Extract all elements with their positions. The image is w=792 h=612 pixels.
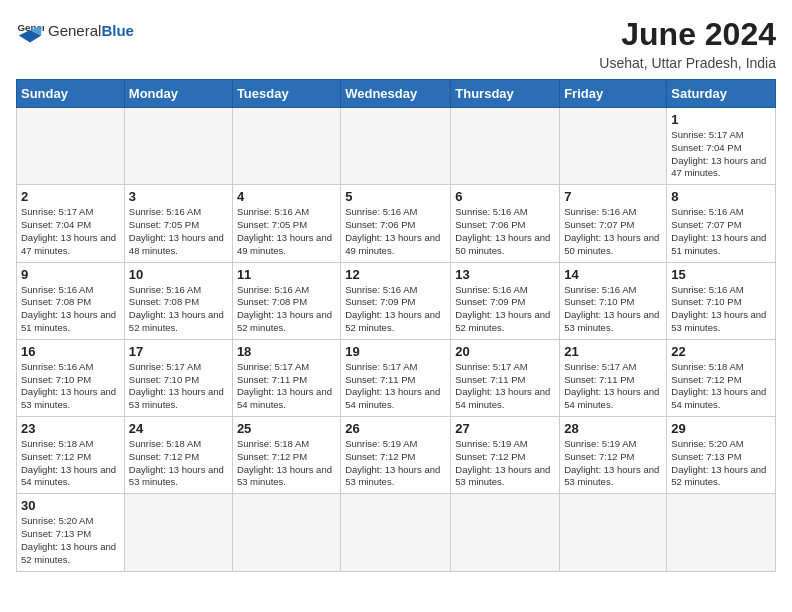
day-info: Sunrise: 5:20 AMSunset: 7:13 PMDaylight:…	[671, 438, 771, 489]
day-number: 1	[671, 112, 771, 127]
day-number: 10	[129, 267, 228, 282]
page-header: General GeneralBlue June 2024 Usehat, Ut…	[16, 16, 776, 71]
day-info: Sunrise: 5:16 AMSunset: 7:08 PMDaylight:…	[129, 284, 228, 335]
day-info: Sunrise: 5:16 AMSunset: 7:09 PMDaylight:…	[345, 284, 446, 335]
calendar-day-30: 30Sunrise: 5:20 AMSunset: 7:13 PMDayligh…	[17, 494, 125, 571]
calendar-day-7: 7Sunrise: 5:16 AMSunset: 7:07 PMDaylight…	[560, 185, 667, 262]
day-info: Sunrise: 5:16 AMSunset: 7:08 PMDaylight:…	[237, 284, 336, 335]
day-info: Sunrise: 5:17 AMSunset: 7:11 PMDaylight:…	[455, 361, 555, 412]
day-number: 11	[237, 267, 336, 282]
day-number: 14	[564, 267, 662, 282]
calendar-day-20: 20Sunrise: 5:17 AMSunset: 7:11 PMDayligh…	[451, 339, 560, 416]
day-number: 21	[564, 344, 662, 359]
calendar-day-2: 2Sunrise: 5:17 AMSunset: 7:04 PMDaylight…	[17, 185, 125, 262]
day-number: 6	[455, 189, 555, 204]
day-number: 4	[237, 189, 336, 204]
day-info: Sunrise: 5:16 AMSunset: 7:06 PMDaylight:…	[345, 206, 446, 257]
day-info: Sunrise: 5:17 AMSunset: 7:10 PMDaylight:…	[129, 361, 228, 412]
logo-icon: General	[16, 16, 44, 44]
day-info: Sunrise: 5:16 AMSunset: 7:08 PMDaylight:…	[21, 284, 120, 335]
weekday-header-sunday: Sunday	[17, 80, 125, 108]
day-number: 5	[345, 189, 446, 204]
calendar-day-3: 3Sunrise: 5:16 AMSunset: 7:05 PMDaylight…	[124, 185, 232, 262]
weekday-header-monday: Monday	[124, 80, 232, 108]
calendar-day-24: 24Sunrise: 5:18 AMSunset: 7:12 PMDayligh…	[124, 417, 232, 494]
weekday-header-saturday: Saturday	[667, 80, 776, 108]
calendar-week-1: 1Sunrise: 5:17 AMSunset: 7:04 PMDaylight…	[17, 108, 776, 185]
calendar-day-21: 21Sunrise: 5:17 AMSunset: 7:11 PMDayligh…	[560, 339, 667, 416]
day-info: Sunrise: 5:16 AMSunset: 7:06 PMDaylight:…	[455, 206, 555, 257]
calendar-day-empty	[667, 494, 776, 571]
calendar-day-16: 16Sunrise: 5:16 AMSunset: 7:10 PMDayligh…	[17, 339, 125, 416]
day-number: 17	[129, 344, 228, 359]
day-number: 18	[237, 344, 336, 359]
calendar-day-empty	[341, 494, 451, 571]
calendar-day-10: 10Sunrise: 5:16 AMSunset: 7:08 PMDayligh…	[124, 262, 232, 339]
day-info: Sunrise: 5:16 AMSunset: 7:10 PMDaylight:…	[564, 284, 662, 335]
day-info: Sunrise: 5:17 AMSunset: 7:11 PMDaylight:…	[345, 361, 446, 412]
calendar-day-14: 14Sunrise: 5:16 AMSunset: 7:10 PMDayligh…	[560, 262, 667, 339]
day-info: Sunrise: 5:16 AMSunset: 7:07 PMDaylight:…	[671, 206, 771, 257]
calendar-day-6: 6Sunrise: 5:16 AMSunset: 7:06 PMDaylight…	[451, 185, 560, 262]
calendar-day-empty	[232, 494, 340, 571]
day-info: Sunrise: 5:20 AMSunset: 7:13 PMDaylight:…	[21, 515, 120, 566]
calendar-week-2: 2Sunrise: 5:17 AMSunset: 7:04 PMDaylight…	[17, 185, 776, 262]
calendar-day-empty	[451, 108, 560, 185]
day-number: 25	[237, 421, 336, 436]
calendar-day-27: 27Sunrise: 5:19 AMSunset: 7:12 PMDayligh…	[451, 417, 560, 494]
day-number: 3	[129, 189, 228, 204]
calendar-day-empty	[124, 494, 232, 571]
calendar-week-6: 30Sunrise: 5:20 AMSunset: 7:13 PMDayligh…	[17, 494, 776, 571]
day-number: 26	[345, 421, 446, 436]
day-info: Sunrise: 5:16 AMSunset: 7:10 PMDaylight:…	[21, 361, 120, 412]
weekday-header-tuesday: Tuesday	[232, 80, 340, 108]
calendar-day-empty	[560, 108, 667, 185]
day-number: 2	[21, 189, 120, 204]
day-number: 19	[345, 344, 446, 359]
day-info: Sunrise: 5:17 AMSunset: 7:11 PMDaylight:…	[237, 361, 336, 412]
day-info: Sunrise: 5:19 AMSunset: 7:12 PMDaylight:…	[564, 438, 662, 489]
weekday-header-row: SundayMondayTuesdayWednesdayThursdayFrid…	[17, 80, 776, 108]
day-number: 15	[671, 267, 771, 282]
day-info: Sunrise: 5:19 AMSunset: 7:12 PMDaylight:…	[345, 438, 446, 489]
calendar-day-17: 17Sunrise: 5:17 AMSunset: 7:10 PMDayligh…	[124, 339, 232, 416]
calendar-week-4: 16Sunrise: 5:16 AMSunset: 7:10 PMDayligh…	[17, 339, 776, 416]
calendar-table: SundayMondayTuesdayWednesdayThursdayFrid…	[16, 79, 776, 572]
day-number: 28	[564, 421, 662, 436]
day-info: Sunrise: 5:16 AMSunset: 7:05 PMDaylight:…	[129, 206, 228, 257]
calendar-day-9: 9Sunrise: 5:16 AMSunset: 7:08 PMDaylight…	[17, 262, 125, 339]
day-number: 8	[671, 189, 771, 204]
calendar-day-empty	[560, 494, 667, 571]
day-info: Sunrise: 5:16 AMSunset: 7:10 PMDaylight:…	[671, 284, 771, 335]
day-info: Sunrise: 5:17 AMSunset: 7:04 PMDaylight:…	[671, 129, 771, 180]
calendar-day-1: 1Sunrise: 5:17 AMSunset: 7:04 PMDaylight…	[667, 108, 776, 185]
day-number: 27	[455, 421, 555, 436]
day-info: Sunrise: 5:18 AMSunset: 7:12 PMDaylight:…	[237, 438, 336, 489]
day-number: 23	[21, 421, 120, 436]
month-year-title: June 2024	[599, 16, 776, 53]
title-area: June 2024 Usehat, Uttar Pradesh, India	[599, 16, 776, 71]
calendar-week-3: 9Sunrise: 5:16 AMSunset: 7:08 PMDaylight…	[17, 262, 776, 339]
calendar-day-empty	[451, 494, 560, 571]
calendar-day-23: 23Sunrise: 5:18 AMSunset: 7:12 PMDayligh…	[17, 417, 125, 494]
day-info: Sunrise: 5:17 AMSunset: 7:11 PMDaylight:…	[564, 361, 662, 412]
day-number: 16	[21, 344, 120, 359]
day-info: Sunrise: 5:16 AMSunset: 7:05 PMDaylight:…	[237, 206, 336, 257]
day-info: Sunrise: 5:18 AMSunset: 7:12 PMDaylight:…	[129, 438, 228, 489]
location-subtitle: Usehat, Uttar Pradesh, India	[599, 55, 776, 71]
weekday-header-thursday: Thursday	[451, 80, 560, 108]
day-info: Sunrise: 5:18 AMSunset: 7:12 PMDaylight:…	[21, 438, 120, 489]
calendar-day-11: 11Sunrise: 5:16 AMSunset: 7:08 PMDayligh…	[232, 262, 340, 339]
calendar-day-8: 8Sunrise: 5:16 AMSunset: 7:07 PMDaylight…	[667, 185, 776, 262]
day-info: Sunrise: 5:17 AMSunset: 7:04 PMDaylight:…	[21, 206, 120, 257]
calendar-day-empty	[17, 108, 125, 185]
calendar-day-28: 28Sunrise: 5:19 AMSunset: 7:12 PMDayligh…	[560, 417, 667, 494]
day-info: Sunrise: 5:18 AMSunset: 7:12 PMDaylight:…	[671, 361, 771, 412]
weekday-header-friday: Friday	[560, 80, 667, 108]
calendar-day-29: 29Sunrise: 5:20 AMSunset: 7:13 PMDayligh…	[667, 417, 776, 494]
day-info: Sunrise: 5:16 AMSunset: 7:09 PMDaylight:…	[455, 284, 555, 335]
calendar-day-26: 26Sunrise: 5:19 AMSunset: 7:12 PMDayligh…	[341, 417, 451, 494]
calendar-day-25: 25Sunrise: 5:18 AMSunset: 7:12 PMDayligh…	[232, 417, 340, 494]
day-number: 13	[455, 267, 555, 282]
calendar-day-5: 5Sunrise: 5:16 AMSunset: 7:06 PMDaylight…	[341, 185, 451, 262]
